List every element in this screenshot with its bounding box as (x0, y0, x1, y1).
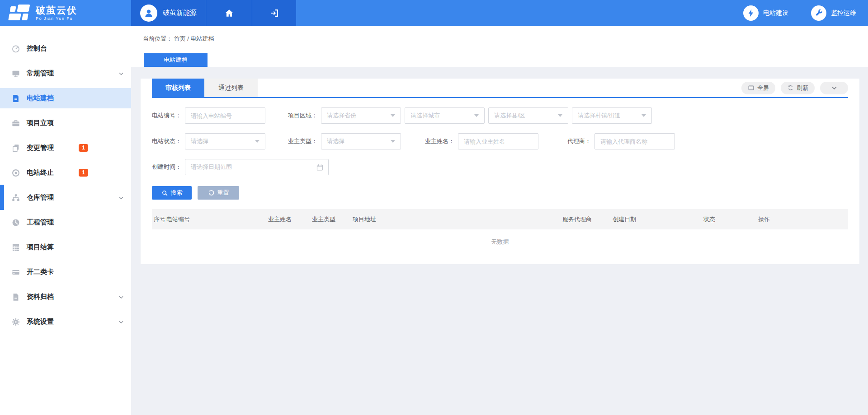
agent-label: 代理商： (567, 137, 591, 145)
dashboard-icon (11, 44, 20, 53)
nav-station-build[interactable]: 电站建设 (743, 5, 788, 21)
top-header: 破茧云伏 Po Jian Yun Fu 破茧新能源 (0, 0, 868, 26)
nav-monitor-ops[interactable]: 监控运维 (811, 5, 856, 21)
archive-icon (11, 293, 20, 302)
empty-state: 无数据 (152, 229, 848, 254)
breadcrumb: 当前位置： 首页 / 电站建档 (131, 26, 868, 43)
agent-input[interactable] (594, 133, 675, 149)
brand-logo-icon (8, 5, 32, 22)
caret-down-icon (391, 114, 395, 117)
sidebar-item-type2-card[interactable]: 开二类卡 (0, 262, 131, 282)
monitor-icon (11, 69, 20, 78)
logout-button[interactable] (252, 0, 296, 26)
owner-name-input[interactable] (458, 133, 538, 149)
avatar (140, 5, 157, 22)
reset-button[interactable]: 重置 (198, 186, 239, 200)
province-select[interactable]: 请选择省份 (321, 107, 401, 124)
created-time-label: 创建时间： (152, 163, 181, 171)
change-mgmt-badge: 1 (79, 144, 88, 152)
station-termination-badge: 1 (79, 169, 88, 177)
station-status-label: 电站状态： (152, 137, 181, 145)
owner-type-select[interactable]: 请选择 (321, 133, 401, 149)
refresh-icon (787, 84, 794, 91)
sidebar-item-project-initiation[interactable]: 项目立项 (0, 113, 131, 133)
nav-station-build-label: 电站建设 (763, 9, 788, 17)
col-owner-name: 业主姓名 (268, 215, 312, 224)
nav-monitor-ops-label: 监控运维 (831, 9, 856, 17)
search-icon (161, 190, 168, 196)
chevron-down-icon (118, 319, 124, 325)
lightning-icon (743, 5, 759, 21)
caret-down-icon (558, 114, 562, 117)
sidebar-item-project-settlement[interactable]: 项目结算 (0, 237, 131, 257)
chevron-down-icon (118, 70, 124, 77)
sidebar-item-warehouse-mgmt[interactable]: 仓库管理 (0, 187, 131, 208)
home-button[interactable] (206, 0, 252, 26)
document-icon (11, 94, 20, 103)
sidebar-item-console[interactable]: 控制台 (0, 38, 131, 59)
sitemap-icon (11, 193, 20, 202)
table-header-row: 序号 电站编号 业主姓名 业主类型 项目地址 服务代理商 创建日期 状态 操作 (152, 209, 848, 229)
sidebar-scrollbar[interactable] (0, 185, 4, 210)
owner-type-label: 业主类型： (288, 137, 317, 145)
county-select[interactable]: 请选择县/区 (488, 107, 568, 124)
sidebar-item-station-archive[interactable]: 电站建档 (0, 88, 131, 108)
sidebar: 控制台 常规管理 电站建档 项目立项 变更管理 1 电站终止 1 (0, 26, 131, 415)
collapse-button[interactable] (820, 82, 848, 94)
brand-name: 破茧云伏 (36, 5, 77, 15)
brand-logo[interactable]: 破茧云伏 Po Jian Yun Fu (0, 0, 131, 26)
breadcrumb-label: 当前位置： (143, 35, 172, 42)
station-no-input[interactable] (185, 107, 265, 124)
main-area: 当前位置： 首页 / 电站建档 电站建档 审核列表 通过列表 全屏 (131, 26, 868, 415)
date-range-picker[interactable]: 请选择日期范围 (185, 159, 329, 175)
breadcrumb-home[interactable]: 首页 (174, 35, 186, 42)
breadcrumb-current: 电站建档 (190, 35, 214, 42)
city-select[interactable]: 请选择城市 (405, 107, 485, 124)
wrench-icon (811, 5, 826, 21)
sidebar-item-engineering-mgmt[interactable]: 工程管理 (0, 212, 131, 233)
user-icon (143, 8, 154, 19)
col-agent: 服务代理商 (562, 215, 613, 224)
chevron-down-icon (831, 84, 838, 91)
brand-subtitle: Po Jian Yun Fu (36, 17, 77, 21)
sidebar-item-change-mgmt[interactable]: 变更管理 1 (0, 138, 131, 158)
col-created: 创建日期 (613, 215, 703, 224)
tab-review-list[interactable]: 审核列表 (152, 79, 204, 97)
sidebar-item-general-mgmt[interactable]: 常规管理 (0, 63, 131, 84)
briefcase-icon (11, 119, 20, 128)
chevron-down-icon (118, 294, 124, 300)
data-table: 序号 电站编号 业主姓名 业主类型 项目地址 服务代理商 创建日期 状态 操作 … (152, 209, 848, 254)
caret-down-icon (391, 140, 395, 143)
tabs-row: 审核列表 通过列表 全屏 刷新 (152, 79, 848, 98)
content-panel: 审核列表 通过列表 全屏 刷新 (141, 79, 859, 264)
home-icon (224, 8, 234, 18)
gear-icon (11, 317, 20, 326)
caret-down-icon (474, 114, 479, 117)
sidebar-item-data-archive[interactable]: 资料归档 (0, 287, 131, 307)
fullscreen-button[interactable]: 全屏 (741, 82, 775, 94)
logout-icon (269, 8, 279, 18)
target-icon (11, 168, 20, 177)
col-station-no: 电站编号 (166, 215, 268, 224)
sidebar-item-station-termination[interactable]: 电站终止 1 (0, 163, 131, 183)
calculator-icon (11, 243, 20, 252)
topstrip: 当前位置： 首页 / 电站建档 电站建档 (131, 26, 868, 67)
gauge-icon (11, 218, 20, 227)
tab-passed-list[interactable]: 通过列表 (204, 79, 258, 97)
chevron-down-icon (118, 195, 124, 201)
station-no-label: 电站编号： (152, 112, 181, 120)
sidebar-item-system-settings[interactable]: 系统设置 (0, 312, 131, 332)
town-select[interactable]: 请选择村镇/街道 (572, 107, 652, 124)
col-index: 序号 (152, 215, 166, 224)
region-label: 项目区域： (288, 112, 317, 120)
card-icon (11, 268, 20, 277)
current-user[interactable]: 破茧新能源 (131, 0, 206, 26)
station-status-select[interactable]: 请选择 (185, 133, 265, 149)
page-tab[interactable]: 电站建档 (144, 53, 208, 67)
col-address: 项目地址 (353, 215, 562, 224)
refresh-button[interactable]: 刷新 (781, 82, 815, 94)
fullscreen-icon (748, 84, 755, 91)
search-button[interactable]: 搜索 (152, 186, 192, 200)
calendar-icon (316, 163, 324, 171)
company-name: 破茧新能源 (163, 9, 197, 17)
